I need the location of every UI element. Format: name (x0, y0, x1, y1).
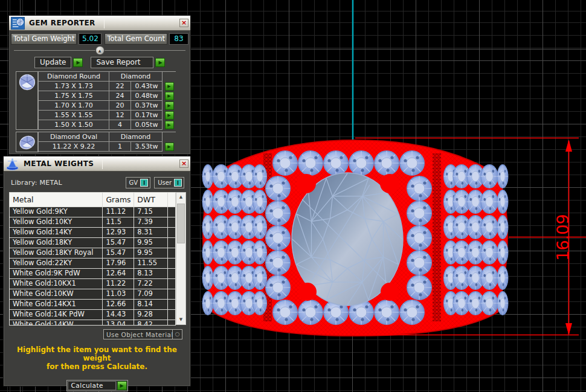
gem-size: 1.70 X 1.70 (39, 101, 109, 111)
gem-weight: 0.43tw (131, 82, 163, 91)
use-object-materials-dropdown[interactable]: Use Object Materials ○ (103, 329, 182, 339)
gem-size: 11.22 X 9.22 (39, 142, 109, 152)
gem-group-oval: Diamond Oval Diamond 11.22 X 9.22 1 3.53… (16, 132, 190, 152)
calculate-go-icon[interactable]: ▶ (117, 381, 127, 390)
metal-weights-titlebar[interactable]: METAL WEIGHTS × (4, 156, 190, 172)
gem-row[interactable]: 1.75 X 1.75 24 0.48tw ▶ (39, 91, 176, 101)
gem-size: 1.75 X 1.75 (39, 91, 109, 101)
metal-weights-icon (5, 158, 19, 170)
collapse-divider: ▲ (14, 46, 185, 55)
gem-weight: 3.53tw (131, 142, 163, 152)
gv-toggle-button[interactable]: GV I (126, 177, 151, 188)
gem-count: 4 (109, 120, 131, 130)
collapse-toggle-icon[interactable]: ▲ (95, 46, 105, 55)
gem-group-shape: Diamond Round (39, 72, 109, 82)
gem-group-shape: Diamond Oval (39, 132, 109, 142)
metal-row[interactable]: White Gold:14KX112.668.14 (10, 300, 176, 310)
user-label: User (158, 179, 172, 186)
metal-weights-panel: METAL WEIGHTS × Library: METAL GV I User… (3, 156, 191, 387)
close-icon[interactable]: × (179, 159, 188, 168)
gem-reporter-titlebar[interactable]: GEM REPORTER × (9, 16, 190, 31)
metal-row-clipped[interactable]: White Gold:14KW13.048.42 (10, 320, 176, 326)
calculate-button[interactable]: Calculate (68, 381, 116, 390)
metal-row[interactable]: Yellow Gold:14KY12.938.31 (10, 228, 176, 238)
gem-reporter-icon (11, 17, 25, 30)
gem-count: 20 (109, 101, 131, 111)
gv-label: GV (129, 179, 138, 186)
dropdown-label: Use Object Materials (104, 331, 172, 338)
gem-count: 22 (109, 82, 131, 91)
update-button[interactable]: Update (34, 57, 71, 68)
oval-gem-icon (16, 132, 38, 152)
gem-row[interactable]: 1.73 X 1.73 22 0.43tw ▶ (39, 82, 176, 91)
close-icon[interactable]: × (179, 19, 188, 27)
radio-icon: ○ (172, 330, 182, 339)
gem-count: 24 (109, 91, 131, 101)
metal-row[interactable]: Yellow Gold:18KY Royal15.479.95 (10, 248, 176, 259)
gem-group-round: Diamond Round Diamond 1.73 X 1.73 22 0.4… (16, 71, 190, 130)
scroll-down-icon[interactable]: ▼ (176, 316, 185, 324)
total-gem-count-value: 83 (169, 33, 188, 45)
metal-row[interactable]: White Gold:14K PdW14.439.28 (10, 310, 176, 320)
round-gem-icon (16, 71, 38, 130)
metal-row[interactable]: Yellow Gold:10KY11.57.39 (10, 217, 176, 228)
gem-group-material: Diamond (109, 72, 163, 82)
gem-weight: 0.48tw (131, 91, 163, 101)
gem-reporter-panel: GEM REPORTER × Total Gem Weight 5.02 Tot… (8, 15, 191, 155)
gem-group-material: Diamond (109, 132, 163, 142)
gem-totals-row: Total Gem Weight 5.02 Total Gem Count 83 (11, 33, 188, 45)
titlebar-separator (104, 18, 105, 28)
user-toggle-button[interactable]: User I (154, 177, 184, 188)
metal-row[interactable]: White Gold:10KX111.227.22 (10, 279, 176, 289)
metal-row[interactable]: Yellow Gold:22KY17.9611.55 (10, 259, 176, 269)
gem-weight: 0.05tw (131, 120, 163, 130)
gem-size: 1.50 X 1.50 (39, 120, 109, 130)
metal-row[interactable]: White Gold:9K PdW12.648.13 (10, 269, 176, 279)
select-gems-icon[interactable]: ▶ (165, 143, 174, 151)
update-go-icon[interactable]: ▶ (73, 58, 83, 67)
arrowhead-down-icon (565, 323, 572, 335)
gem-count: 12 (109, 111, 131, 120)
metal-row[interactable]: Yellow Gold:9KY11.127.15 (10, 207, 176, 217)
gv-indicator-icon: I (140, 179, 148, 187)
panel-title: GEM REPORTER (29, 19, 95, 27)
metal-row[interactable]: White Gold:10KW11.037.09 (10, 289, 176, 300)
save-report-button[interactable]: Save Report (91, 57, 153, 68)
gem-size: 1.55 X 1.55 (39, 111, 109, 120)
dimension-label: 16.09 (553, 214, 572, 260)
user-indicator-icon: I (174, 179, 182, 187)
calculate-group: Calculate ▶ (66, 380, 128, 391)
total-gem-count-label: Total Gem Count (105, 33, 167, 45)
ring-model (202, 140, 508, 336)
arrowhead-up-icon (565, 140, 572, 152)
library-label: Library: METAL (11, 179, 62, 187)
metal-table: Metal Grams DWT Yellow Gold:9KY11.127.15… (9, 192, 176, 326)
col-dwt: DWT (134, 193, 168, 207)
gem-row[interactable]: 1.50 X 1.50 4 0.05tw ▶ (39, 120, 176, 130)
gem-row[interactable]: 11.22 X 9.22 1 3.53tw ▶ (39, 142, 176, 152)
instruction-text: Highlight the item you want to find the … (4, 345, 190, 371)
select-gems-icon[interactable]: ▶ (165, 92, 174, 100)
select-gems-icon[interactable]: ▶ (165, 101, 174, 110)
scrollbar[interactable]: ▲ ▼ (176, 192, 186, 325)
metal-row[interactable]: Yellow Gold:18KY15.479.95 (10, 238, 176, 248)
select-gems-icon[interactable]: ▶ (165, 82, 174, 91)
total-gem-weight-value: 5.02 (79, 33, 101, 45)
gem-row[interactable]: 1.70 X 1.70 20 0.37tw ▶ (39, 101, 176, 111)
panel-title: METAL WEIGHTS (24, 159, 94, 168)
gem-weight: 0.37tw (131, 101, 163, 111)
col-grams: Grams (103, 193, 134, 207)
save-report-go-icon[interactable]: ▶ (155, 58, 165, 67)
gem-count: 1 (109, 142, 131, 152)
scroll-thumb[interactable] (177, 204, 185, 243)
gem-size: 1.73 X 1.73 (39, 82, 109, 91)
select-gems-icon[interactable]: ▶ (165, 111, 174, 120)
gem-weight: 0.17tw (131, 111, 163, 120)
titlebar-separator (102, 159, 103, 169)
col-metal: Metal (10, 193, 103, 207)
metal-table-header: Metal Grams DWT (10, 193, 176, 207)
scroll-up-icon[interactable]: ▲ (176, 193, 185, 201)
select-gems-icon[interactable]: ▶ (165, 121, 174, 129)
gem-row[interactable]: 1.55 X 1.55 12 0.17tw ▶ (39, 111, 176, 120)
gem-table: Diamond Round Diamond 1.73 X 1.73 22 0.4… (16, 71, 190, 152)
